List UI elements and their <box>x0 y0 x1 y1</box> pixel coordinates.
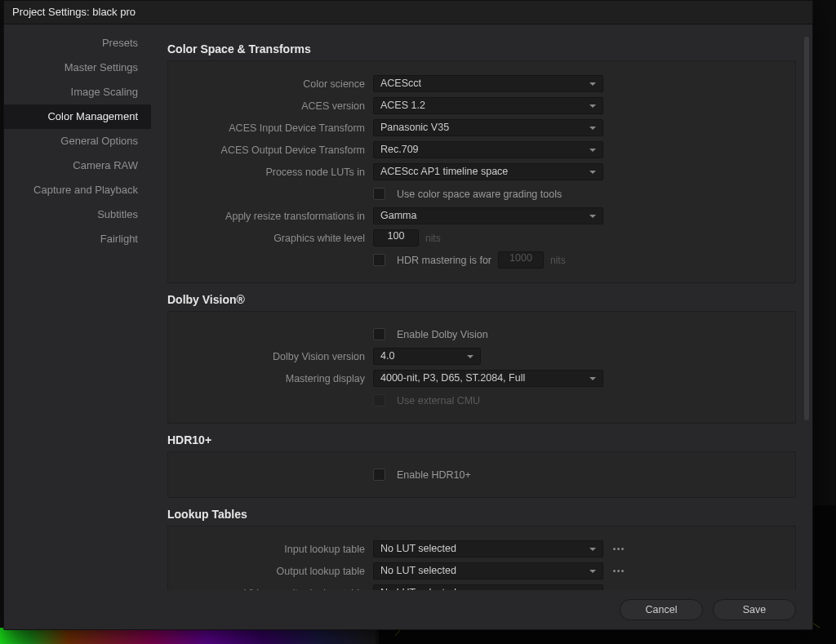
label-aces-version: ACES version <box>181 100 373 112</box>
label-color-science: Color science <box>181 78 373 90</box>
label-hdr-mastering: HDR mastering is for <box>397 255 491 266</box>
checkbox-color-aware[interactable] <box>373 188 385 200</box>
dropdown-aces-version[interactable]: ACES 1.2 <box>373 97 603 114</box>
sidebar-item-presets[interactable]: Presets <box>4 31 151 56</box>
dropdown-aces-odt[interactable]: Rec.709 <box>373 141 603 158</box>
section-box-dolby-vision: Enable Dolby Vision Dolby Vision version… <box>167 311 796 424</box>
sidebar-item-camera-raw[interactable]: Camera RAW <box>4 153 151 178</box>
label-white-level: Graphics white level <box>181 233 373 244</box>
label-process-node-luts: Process node LUTs in <box>181 167 373 178</box>
input-white-level[interactable]: 100 <box>373 229 419 246</box>
dropdown-output-lut[interactable]: No LUT selected <box>373 562 603 580</box>
unit-white-level: nits <box>425 233 441 244</box>
dropdown-process-node-luts[interactable]: ACEScc AP1 timeline space <box>373 163 603 180</box>
sidebar-item-master-settings[interactable]: Master Settings <box>4 56 151 80</box>
unit-hdr-mastering: nits <box>550 255 566 266</box>
dropdown-color-science[interactable]: ACEScct <box>373 75 603 92</box>
menu-output-lut[interactable] <box>610 566 627 575</box>
label-enable-hdr10: Enable HDR10+ <box>397 469 471 481</box>
input-hdr-mastering: 1000 <box>498 251 544 269</box>
label-video-monitor-lut: Video monitor lookup table <box>181 588 373 591</box>
dropdown-aces-idt[interactable]: Panasonic V35 <box>373 119 603 136</box>
section-title-dolby-vision: Dolby Vision® <box>167 293 796 306</box>
scrollbar-thumb[interactable] <box>804 37 809 420</box>
label-color-aware: Use color space aware grading tools <box>397 189 562 200</box>
sidebar-item-capture-playback[interactable]: Capture and Playback <box>4 178 151 202</box>
dropdown-video-monitor-lut[interactable]: No LUT selected <box>373 584 603 590</box>
checkbox-enable-dolby-vision[interactable] <box>373 328 385 340</box>
scrollbar[interactable] <box>804 37 809 590</box>
project-settings-dialog: Project Settings: black pro Presets Mast… <box>3 0 813 630</box>
label-dolby-version: Dolby Vision version <box>181 351 373 362</box>
background-color-strip <box>0 628 376 644</box>
sidebar-item-subtitles[interactable]: Subtitles <box>4 202 151 227</box>
label-mastering-display: Mastering display <box>181 373 373 384</box>
label-external-cmu: Use external CMU <box>397 395 480 406</box>
settings-content: Color Space & Transforms Color science A… <box>151 24 812 590</box>
section-box-lookup-tables: Input lookup table No LUT selected Outpu… <box>167 526 796 590</box>
label-aces-idt: ACES Input Device Transform <box>181 122 373 134</box>
section-title-hdr10: HDR10+ <box>167 433 796 446</box>
section-title-color-space: Color Space & Transforms <box>167 42 796 56</box>
dropdown-mastering-display[interactable]: 4000-nit, P3, D65, ST.2084, Full <box>373 370 603 387</box>
checkbox-enable-hdr10[interactable] <box>373 469 385 481</box>
dialog-title: Project Settings: black pro <box>4 1 812 24</box>
dropdown-input-lut[interactable]: No LUT selected <box>373 540 603 557</box>
checkbox-hdr-mastering[interactable] <box>373 254 385 266</box>
section-box-color-space: Color science ACEScct ACES version ACES … <box>167 60 796 283</box>
sidebar-item-image-scaling[interactable]: Image Scaling <box>4 80 151 104</box>
dialog-footer: Cancel Save <box>4 590 812 629</box>
label-input-lut: Input lookup table <box>181 544 373 555</box>
label-enable-dolby-vision: Enable Dolby Vision <box>397 329 488 340</box>
menu-video-monitor-lut[interactable] <box>610 588 627 590</box>
dropdown-dolby-version[interactable]: 4.0 <box>373 348 481 365</box>
sidebar-item-fairlight[interactable]: Fairlight <box>4 227 151 251</box>
checkbox-external-cmu <box>373 394 385 406</box>
menu-input-lut[interactable] <box>610 544 627 553</box>
section-title-lookup-tables: Lookup Tables <box>167 508 796 521</box>
section-box-hdr10: Enable HDR10+ <box>167 451 796 498</box>
save-button[interactable]: Save <box>713 599 796 620</box>
cancel-button[interactable]: Cancel <box>620 599 703 620</box>
label-resize-transform: Apply resize transformations in <box>181 211 373 222</box>
label-aces-odt: ACES Output Device Transform <box>181 144 373 156</box>
dropdown-resize-transform[interactable]: Gamma <box>373 207 603 224</box>
sidebar-item-general-options[interactable]: General Options <box>4 129 151 153</box>
settings-sidebar: Presets Master Settings Image Scaling Co… <box>4 24 151 590</box>
label-output-lut: Output lookup table <box>181 566 373 577</box>
sidebar-item-color-management[interactable]: Color Management <box>4 104 151 129</box>
